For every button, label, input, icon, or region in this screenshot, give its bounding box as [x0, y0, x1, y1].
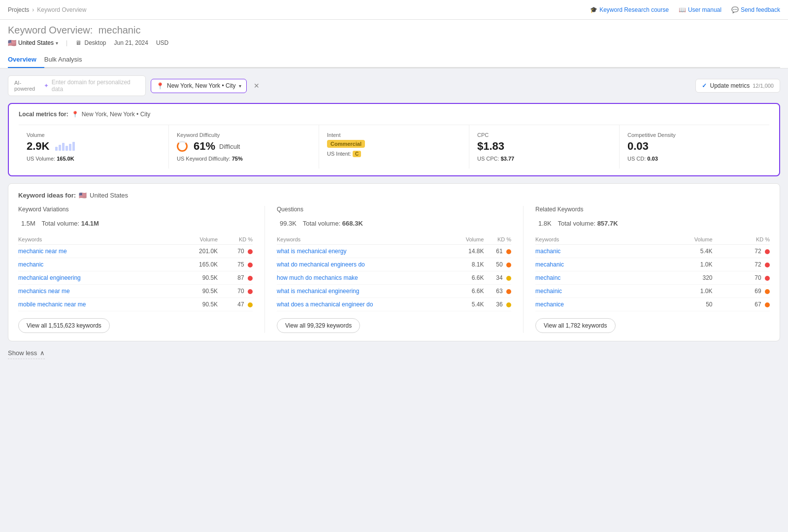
volume-cell: 320: [644, 271, 712, 285]
keyword-link[interactable]: mechanics near me: [18, 288, 70, 295]
volume-cell: 1.0K: [644, 258, 712, 271]
metrics-box-title: Local metrics for: 📍 New York, New York …: [19, 111, 769, 118]
keyword-link[interactable]: mechanical engineering: [18, 274, 81, 281]
volume-cell: 5.4K: [644, 245, 712, 258]
table-row: what does a mechanical engineer do 5.4K …: [277, 298, 511, 311]
update-label: Update metrics: [710, 82, 750, 89]
kd-dot: [248, 302, 253, 307]
keyword-link[interactable]: how much do mechanics make: [277, 274, 358, 281]
metrics-grid: Volume 2.9K US Volume: 165.0K Keywo: [19, 125, 769, 168]
divider-1: |: [66, 39, 67, 46]
keyword-link[interactable]: mechainc: [535, 274, 560, 281]
desktop-icon: 🖥: [75, 39, 81, 46]
kw-table-related: Keywords Volume KD % machanic 5.4K 72 me…: [535, 234, 770, 311]
us-flag: 🇺🇸: [8, 39, 16, 47]
keyword-link[interactable]: what is mechanical engineering: [277, 288, 359, 295]
keyword-link[interactable]: mobile mechanic near me: [18, 301, 86, 308]
keyword-link[interactable]: mecahanic: [535, 261, 564, 268]
keyword-ideas-section: Keyword ideas for: 🇺🇸 United States Keyw…: [8, 183, 780, 341]
kd-cell: 67: [713, 298, 770, 311]
table-row: mechainic 1.0K 69: [535, 285, 770, 298]
table-row: mobile mechanic near me 90.5K 47: [18, 298, 253, 311]
kw-table-variations: Keywords Volume KD % mechanic near me 20…: [18, 234, 253, 311]
kd-dot: [506, 289, 511, 294]
keyword-link[interactable]: machanic: [535, 248, 560, 255]
keyword-link[interactable]: mechanic near me: [18, 248, 67, 255]
top-right-links: 🎓 Keyword Research course 📖 User manual …: [590, 6, 780, 13]
country-chevron-icon: ▾: [56, 40, 58, 46]
keyword-link[interactable]: what does a mechanical engineer do: [277, 301, 373, 308]
view-all-questions-button[interactable]: View all 99,329 keywords: [277, 318, 360, 333]
ai-domain-input[interactable]: AI-powered ✦ Enter domain for personaliz…: [8, 75, 146, 96]
location-chevron-icon: ▾: [239, 83, 241, 89]
view-all-related-button[interactable]: View all 1,782 keywords: [535, 318, 616, 333]
kd-cell: 47: [218, 298, 253, 311]
keyword-research-course-link[interactable]: 🎓 Keyword Research course: [590, 6, 669, 13]
kd-dot: [248, 249, 253, 254]
kd-cell: 34: [484, 271, 511, 285]
location-pin-icon: 📍: [71, 111, 79, 118]
volume-cell: 6.6K: [451, 285, 484, 298]
table-row: what is mechanical energy 14.8K 61: [277, 245, 511, 258]
location-text: New York, New York • City: [167, 82, 236, 89]
page-title: Keyword Overview: mechanic: [8, 25, 780, 36]
view-all-variations-button[interactable]: View all 1,515,623 keywords: [18, 318, 110, 333]
volume-cell: 50: [644, 298, 712, 311]
keyword-link[interactable]: what is mechanical energy: [277, 248, 346, 255]
kd-cell: 63: [484, 285, 511, 298]
kd-cell: 70: [713, 271, 770, 285]
kd-cell: 69: [713, 285, 770, 298]
table-row: mechanic near me 201.0K 70: [18, 245, 253, 258]
meta-row: 🇺🇸 United States ▾ | 🖥 Desktop Jun 21, 2…: [8, 39, 780, 47]
kd-dot: [765, 276, 770, 281]
check-icon: ✓: [702, 82, 707, 89]
main-tabs: Overview Bulk Analysis: [8, 52, 780, 68]
table-row: mechanic 165.0K 75: [18, 258, 253, 271]
keyword-link[interactable]: mechanic: [18, 261, 43, 268]
kd-cell: 87: [218, 271, 253, 285]
keyword-link[interactable]: mechanice: [535, 301, 564, 308]
tab-bulk-analysis[interactable]: Bulk Analysis: [44, 52, 90, 68]
kd-dot: [506, 249, 511, 254]
domain-placeholder: Enter domain for personalized data: [52, 79, 139, 93]
kd-cell: 61: [484, 245, 511, 258]
volume-cell: 8.1K: [451, 258, 484, 271]
kd-cell: 70: [218, 285, 253, 298]
volume-cell: 5.4K: [451, 298, 484, 311]
col-related: Related Keywords 1.8K Total volume: 857.…: [535, 206, 770, 333]
intent-badge: Commercial: [327, 140, 365, 148]
user-manual-link[interactable]: 📖 User manual: [679, 6, 722, 13]
update-metrics-button[interactable]: ✓ Update metrics 12/1,000: [695, 79, 780, 93]
kd-dot: [765, 302, 770, 307]
tab-overview[interactable]: Overview: [8, 52, 44, 68]
col-questions: Questions 99.3K Total volume: 668.3K Key…: [277, 206, 524, 333]
table-row: machanic 5.4K 72: [535, 245, 770, 258]
chat-icon: 💬: [731, 6, 739, 13]
location-filter[interactable]: 📍 New York, New York • City ▾: [151, 79, 247, 93]
content-area: AI-powered ✦ Enter domain for personaliz…: [0, 68, 788, 366]
metric-cpc: CPC $1.83 US CPC: $3.77: [469, 125, 620, 168]
us-flag-ideas: 🇺🇸: [79, 192, 87, 199]
keyword-link[interactable]: mechainic: [535, 288, 562, 295]
kd-dot: [506, 263, 511, 267]
breadcrumb-separator: ›: [32, 6, 34, 13]
kd-dot: [248, 289, 253, 294]
send-feedback-link[interactable]: 💬 Send feedback: [731, 6, 780, 13]
top-bar: Projects › Keyword Overview 🎓 Keyword Re…: [0, 0, 788, 20]
table-row: mechanice 50 67: [535, 298, 770, 311]
country-selector[interactable]: 🇺🇸 United States ▾: [8, 39, 58, 47]
breadcrumb-projects[interactable]: Projects: [8, 6, 29, 13]
volume-cell: 90.5K: [174, 298, 218, 311]
clear-location-button[interactable]: ✕: [252, 82, 262, 90]
metrics-counter: 12/1,000: [753, 83, 774, 89]
main-header: Keyword Overview: mechanic 🇺🇸 United Sta…: [0, 20, 788, 68]
kd-circle-icon: [177, 141, 188, 152]
book-icon: 📖: [679, 6, 686, 13]
volume-cell: 165.0K: [174, 258, 218, 271]
table-row: what do mechanical engineers do 8.1K 50: [277, 258, 511, 271]
table-row: mechainc 320 70: [535, 271, 770, 285]
show-less-button[interactable]: Show less ∧: [8, 349, 45, 359]
keyword-link[interactable]: what do mechanical engineers do: [277, 261, 365, 268]
metric-volume: Volume 2.9K US Volume: 165.0K: [19, 125, 169, 168]
kd-dot: [506, 302, 511, 307]
